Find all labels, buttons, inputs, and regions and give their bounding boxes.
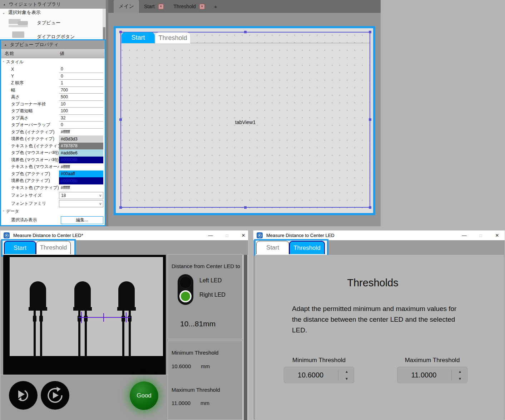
maximize-button[interactable]: □ — [475, 231, 487, 240]
selector-title: Distance from Center LED to — [168, 255, 242, 269]
resize-handle[interactable] — [244, 31, 247, 33]
minimize-button[interactable]: — — [204, 231, 217, 240]
add-tab-button[interactable]: + — [210, 0, 222, 13]
resize-handle[interactable] — [369, 31, 371, 33]
runtime-window-start: Measure Distance to Center LED* — □ ✕ St… — [0, 230, 248, 420]
property-value[interactable]: #d3d3d3 — [59, 135, 103, 143]
property-value[interactable]: #00008b — [59, 177, 103, 184]
tab-start[interactable]: Start — [4, 241, 36, 254]
widget-library-scrollbar[interactable] — [103, 9, 106, 39]
widget-library-header[interactable]: ▴ ウィジェットライブラリ — [0, 0, 106, 9]
run-once-button[interactable] — [9, 381, 38, 410]
designer-window: メイン Start ✕ Threshold ✕ + Start Threshol… — [108, 0, 381, 226]
tab-threshold[interactable]: Threshold — [289, 241, 325, 254]
resize-handle[interactable] — [119, 206, 122, 209]
widget-tab-threshold[interactable]: Threshold — [155, 32, 190, 43]
spin-up-button[interactable]: ▲ — [342, 368, 351, 375]
show-selection-row[interactable]: ⌄ 選択対象を表示 — [0, 9, 106, 16]
resize-handle[interactable] — [119, 31, 122, 33]
property-value[interactable]: #00aaff — [59, 171, 103, 178]
property-row: ⌄スタイル — [1, 58, 105, 66]
designer-tab-main[interactable]: メイン — [114, 0, 139, 13]
page-heading: Thresholds — [255, 277, 491, 289]
property-value[interactable]: #ffffff — [59, 184, 103, 192]
measurement-tick — [126, 312, 127, 322]
property-value[interactable]: 0 — [59, 73, 103, 80]
scrollbar-thumb[interactable] — [244, 255, 247, 420]
close-icon[interactable]: ✕ — [199, 4, 205, 9]
widget-item-dialog-button[interactable]: ダイアログボタン — [0, 29, 106, 40]
property-columns-header: 名前 値 — [1, 49, 105, 58]
property-row: テキスト色 (イナクティブ)#787878 — [1, 143, 105, 150]
max-threshold-input[interactable]: 11.0000 — [397, 367, 451, 383]
run-continuous-button[interactable] — [41, 381, 69, 410]
toggle-left-led-indicator[interactable] — [179, 276, 192, 288]
min-threshold-spinbox[interactable]: 10.6000 ▲ ▼ — [284, 367, 354, 383]
property-value[interactable]: #ffffff — [59, 129, 103, 136]
property-value[interactable]: 編集... — [59, 215, 103, 225]
resize-handle[interactable] — [369, 206, 371, 209]
property-row: タブオーバーラップ0 — [1, 122, 105, 129]
max-threshold-label: Maximum Threshold — [172, 387, 220, 393]
property-rows: ⌄スタイルX0Y0Z 順序1幅700高さ500タブコーナー半径10タブ最短幅10… — [1, 58, 105, 225]
property-value[interactable]: #add8e6 — [59, 149, 103, 157]
property-value[interactable]: 1 — [59, 80, 103, 87]
status-label: Good — [137, 392, 152, 399]
property-value[interactable]: 10 — [59, 101, 103, 108]
close-icon[interactable]: ✕ — [158, 4, 164, 9]
toggle-right-led-indicator[interactable] — [179, 290, 192, 302]
close-button[interactable]: ✕ — [237, 231, 249, 240]
property-label: フォントファミリ — [1, 201, 59, 207]
spin-separator — [451, 370, 452, 380]
property-value[interactable]: #787878 — [59, 143, 103, 150]
min-threshold-label: Minimum Threshold — [172, 350, 218, 356]
property-value[interactable]: 18˅ — [59, 192, 103, 199]
property-row: 選択済み表示編集... — [1, 215, 105, 225]
tab-start[interactable]: Start — [256, 241, 289, 254]
property-value[interactable]: 700 — [59, 87, 103, 94]
center-led — [73, 281, 92, 357]
max-threshold-spinbox[interactable]: 11.0000 ▲ ▼ — [397, 367, 467, 383]
widget-library-title: ウィジェットライブラリ — [9, 1, 61, 8]
designer-tab-threshold[interactable]: Threshold ✕ — [169, 0, 210, 13]
edit-button[interactable]: 編集... — [61, 216, 103, 224]
window-scrollbar[interactable] — [243, 255, 248, 420]
minimize-button[interactable]: — — [458, 231, 470, 240]
property-row: X0 — [1, 66, 105, 73]
close-button[interactable]: ✕ — [491, 231, 503, 240]
tabview-widget-selection[interactable]: Start Threshold tabView1 — [120, 32, 370, 208]
titlebar[interactable]: Measure Distance to Center LED — □ ✕ — [253, 231, 505, 240]
collapse-icon: ▴ — [5, 43, 6, 46]
resize-handle[interactable] — [244, 206, 247, 209]
designer-tab-start[interactable]: Start ✕ — [139, 0, 169, 13]
design-surface[interactable]: Start Threshold tabView1 — [116, 28, 373, 213]
property-value[interactable]: 500 — [59, 94, 103, 101]
property-value[interactable]: #ffffff — [59, 163, 103, 171]
chevron-down-icon: ⌄ — [2, 208, 5, 212]
maximize-button[interactable]: □ — [221, 231, 233, 240]
property-value[interactable]: ˅ — [59, 200, 103, 207]
spin-up-button[interactable]: ▲ — [455, 368, 465, 375]
unit: mm — [201, 363, 210, 369]
property-panel-header[interactable]: ▴ タブビュー プロパティ — [1, 40, 105, 49]
tab-threshold[interactable]: Threshold — [36, 241, 71, 254]
led-toggle-switch[interactable] — [178, 274, 193, 305]
property-label: 幅 — [1, 87, 59, 93]
value: 10.6000 — [172, 363, 191, 369]
widget-item-tabview[interactable]: タブビュー — [0, 16, 106, 29]
property-value[interactable]: #00008b — [59, 157, 103, 164]
titlebar[interactable]: Measure Distance to Center LED* — □ ✕ — [0, 231, 248, 240]
spin-down-button[interactable]: ▼ — [342, 375, 351, 382]
tabview-widget-tabrow: Start Threshold — [121, 32, 370, 43]
spin-down-button[interactable]: ▼ — [455, 375, 465, 382]
property-value[interactable]: 100 — [59, 108, 103, 115]
scrollbar-thumb[interactable] — [103, 27, 105, 39]
property-value[interactable]: 32 — [59, 115, 103, 122]
min-threshold-input[interactable]: 10.6000 — [284, 367, 337, 383]
resize-handle[interactable] — [119, 118, 122, 121]
property-value[interactable]: 0 — [59, 122, 103, 129]
widget-tab-start[interactable]: Start — [122, 32, 155, 43]
property-value[interactable]: 0 — [59, 66, 103, 73]
widget-name-label: tabView1 — [121, 119, 370, 125]
resize-handle[interactable] — [369, 118, 371, 121]
